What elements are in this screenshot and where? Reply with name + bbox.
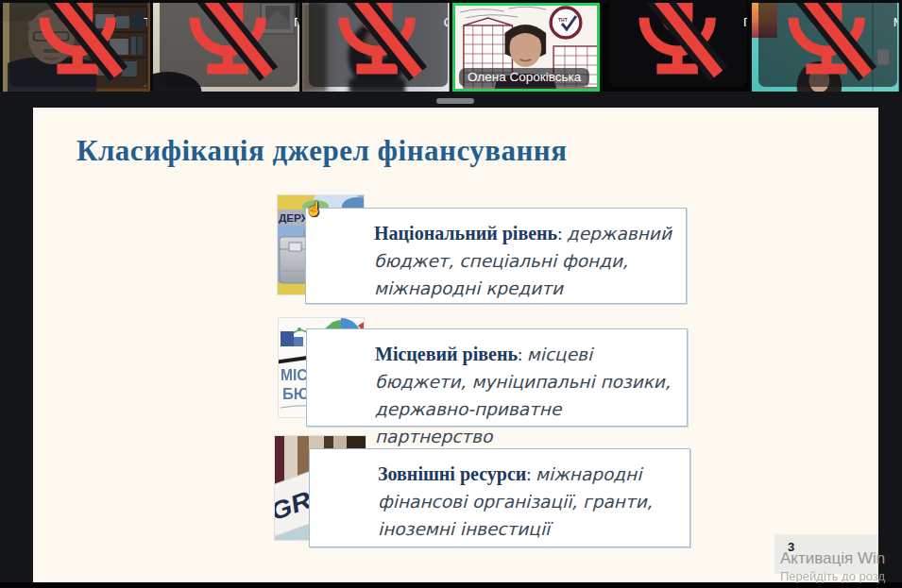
participant-name-badge: Мерва Ніна Золотни... <box>758 3 896 87</box>
info-box-external-resources: Зовнішні ресурси: міжнародні фінансові о… <box>309 448 690 547</box>
heading-separator: : <box>557 225 567 244</box>
participant-name: Олена Сороківська <box>468 70 581 84</box>
heading-separator: : <box>526 465 536 484</box>
participant-strip: Тернопільський Цен... <box>0 0 902 92</box>
video-tile-osnik[interactable]: Олена Оснік <box>302 3 450 92</box>
participant-name: Олена Оснік <box>444 15 448 29</box>
participant-name: Тернопільський Цен... <box>144 15 147 29</box>
strip-resize-handle[interactable] <box>436 98 474 104</box>
video-tile-merva[interactable]: Мерва Ніна Золотни... <box>752 3 899 92</box>
muted-mic-icon <box>166 3 289 84</box>
info-box-national-level: Національний рівень: державний бюджет, с… <box>305 208 687 304</box>
bottom-black-bar <box>0 582 902 588</box>
video-tile-ternopilskyi[interactable]: Тернопільський Цен... <box>3 3 150 92</box>
participant-name-badge: Галина Філіпчук <box>609 3 747 87</box>
video-tile-filipchuk[interactable]: Галина Філіпчук <box>603 3 750 92</box>
participant-name-badge: Олена Оснік <box>309 3 447 87</box>
app-window: Тернопільський Цен... <box>0 0 902 588</box>
participant-name: Плекан Світлана <box>294 15 298 29</box>
mouse-hand-cursor: ☝ <box>305 200 323 217</box>
windows-activation-watermark-line1: Активація Win <box>780 549 885 568</box>
university-logo-text: ТНТ <box>558 18 568 23</box>
participant-name-badge: Тернопільський Цен... <box>9 3 147 87</box>
muted-mic-icon <box>616 3 739 84</box>
slide-title: Класифікація джерел фінансування <box>77 134 567 168</box>
muted-mic-icon <box>765 3 888 84</box>
participant-name: Галина Філіпчук <box>743 15 747 29</box>
video-tile-plekan[interactable]: Плекан Світлана <box>153 3 300 92</box>
info-box-heading: Національний рівень <box>374 223 557 244</box>
heading-separator: : <box>518 345 527 364</box>
info-box-heading: Зовнішні ресурси <box>378 463 526 484</box>
info-box-heading: Місцевий рівень <box>375 344 518 364</box>
participant-name: Мерва Ніна Золотни... <box>893 15 897 29</box>
video-tile-sorokivska-active-speaker[interactable]: ТНТ Олена Сороківська <box>452 3 600 92</box>
participant-name-badge: Плекан Світлана <box>160 3 298 87</box>
muted-mic-icon <box>16 3 139 84</box>
muted-mic-icon <box>315 3 438 84</box>
info-box-local-level: Місцевий рівень: місцеві бюджети, муніци… <box>306 328 688 427</box>
windows-activation-watermark-line2: Перейдіть до розд <box>780 569 885 583</box>
participant-name-badge: Олена Сороківська <box>459 68 589 87</box>
shared-screen-slide: Класифікація джерел фінансування ДЕРЖБЮД… <box>33 108 878 582</box>
